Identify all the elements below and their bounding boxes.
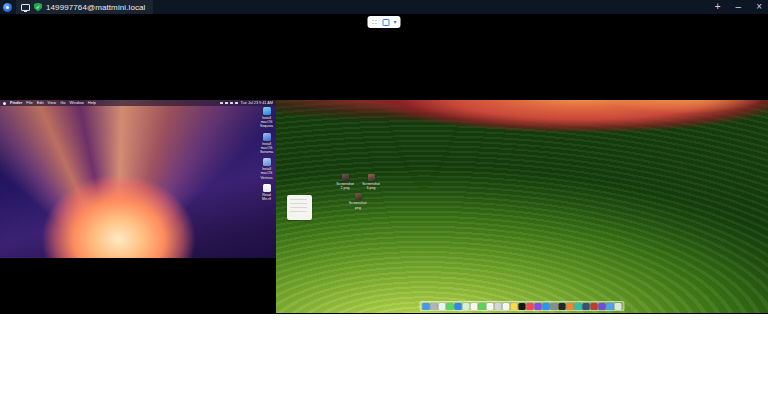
desktop-icon[interactable]: Install macOS Sonoma <box>258 133 275 155</box>
dock <box>420 301 625 311</box>
menu-item[interactable]: Finder <box>10 100 22 106</box>
drag-handle-icon[interactable] <box>371 19 378 26</box>
image-file-icon <box>355 193 362 200</box>
dock-app-icon[interactable] <box>439 303 446 310</box>
new-connection-button[interactable]: + <box>715 2 721 12</box>
menu-item[interactable]: Help <box>88 100 96 106</box>
dock-app-icon[interactable] <box>503 303 510 310</box>
file-icon <box>263 133 271 141</box>
file-label: Screenshot 2.png <box>335 182 355 190</box>
menu-item[interactable]: Window <box>70 100 84 106</box>
file-label: Install macOS Ventura <box>258 167 275 180</box>
titlebar: ✓ 149997764@mattmini.local + – × <box>0 0 768 14</box>
menu-status-icon[interactable] <box>225 102 228 105</box>
macos-menu-bar: FinderFileEditViewGoWindowHelp Tue Jul 2… <box>0 100 276 106</box>
dock-app-icon[interactable] <box>615 303 622 310</box>
file-label: Read Me.rtf <box>258 193 275 201</box>
sticky-note-widget[interactable] <box>287 195 312 220</box>
minimize-button[interactable]: – <box>736 2 742 12</box>
dock-icon-row <box>423 303 622 310</box>
dock-app-icon[interactable] <box>551 303 558 310</box>
dock-app-icon[interactable] <box>527 303 534 310</box>
dock-app-icon[interactable] <box>599 303 606 310</box>
dock-app-icon[interactable] <box>583 303 590 310</box>
file-label: Install macOS Sonoma <box>258 142 275 155</box>
session-title: 149997764@mattmini.local <box>46 3 145 12</box>
apple-menu-icon[interactable] <box>3 102 6 105</box>
file-icon <box>263 184 271 192</box>
dock-app-icon[interactable] <box>487 303 494 310</box>
sequoia-wallpaper <box>0 100 276 258</box>
menu-item[interactable]: Go <box>60 100 65 106</box>
dock-app-icon[interactable] <box>591 303 598 310</box>
app-logo-icon <box>3 3 12 12</box>
remote-desktop-window: ✓ 149997764@mattmini.local + – × ▾ <box>0 0 768 403</box>
menu-clock[interactable]: Tue Jul 23 9:41 AM <box>240 100 273 106</box>
remote-display-2[interactable]: Screenshot 2.png Screenshot 3.png Screen… <box>276 100 768 313</box>
menu-status-icon[interactable] <box>230 102 233 105</box>
dock-app-icon[interactable] <box>559 303 566 310</box>
desktop-icon[interactable]: Screenshot.png <box>348 193 368 209</box>
menu-status-icon[interactable] <box>220 102 223 105</box>
file-icon <box>263 158 271 166</box>
session-toolbar[interactable]: ▾ <box>367 16 400 28</box>
image-file-icon <box>368 174 375 181</box>
dock-app-icon[interactable] <box>455 303 462 310</box>
menu-status-icon[interactable] <box>235 102 238 105</box>
menu-item[interactable]: File <box>26 100 32 106</box>
fullscreen-icon[interactable] <box>382 19 389 26</box>
desktop-icon[interactable]: Read Me.rtf <box>258 184 275 201</box>
dock-app-icon[interactable] <box>535 303 542 310</box>
dock-app-icon[interactable] <box>471 303 478 310</box>
menu-item[interactable]: Edit <box>37 100 44 106</box>
file-icon <box>263 107 271 115</box>
dock-app-icon[interactable] <box>511 303 518 310</box>
close-button[interactable]: × <box>756 2 762 12</box>
dock-app-icon[interactable] <box>607 303 614 310</box>
file-label: Screenshot.png <box>348 201 368 209</box>
desktop-icons-column: Install macOS Sequoia Install macOS Sono… <box>258 107 275 201</box>
desktop-icon[interactable]: Screenshot 3.png <box>361 174 381 190</box>
dock-app-icon[interactable] <box>423 303 430 310</box>
secure-connection-shield-icon: ✓ <box>34 3 42 12</box>
dock-app-icon[interactable] <box>447 303 454 310</box>
titlebar-left: ✓ 149997764@mattmini.local <box>3 0 153 14</box>
file-label: Screenshot 3.png <box>361 182 381 190</box>
remote-display-1[interactable]: FinderFileEditViewGoWindowHelp Tue Jul 2… <box>0 100 276 258</box>
image-file-icon <box>342 174 349 181</box>
session-tab[interactable]: ✓ 149997764@mattmini.local <box>16 0 153 14</box>
desktop-icons-cluster: Screenshot 2.png Screenshot 3.png Screen… <box>334 174 382 210</box>
dock-app-icon[interactable] <box>575 303 582 310</box>
file-label: Install macOS Sequoia <box>258 116 275 129</box>
window-controls: + – × <box>715 2 762 12</box>
dock-app-icon[interactable] <box>567 303 574 310</box>
desktop-icon[interactable]: Install macOS Ventura <box>258 158 275 180</box>
remote-session-canvas: ▾ FinderFileEditViewGoWindowHelp Tue Jul… <box>0 14 768 314</box>
dock-app-icon[interactable] <box>463 303 470 310</box>
menu-item[interactable]: View <box>48 100 57 106</box>
menu-status-area: Tue Jul 23 9:41 AM <box>220 100 273 106</box>
menu-items: FinderFileEditViewGoWindowHelp <box>3 100 96 106</box>
dock-app-icon[interactable] <box>519 303 526 310</box>
chevron-down-icon[interactable]: ▾ <box>393 19 396 25</box>
dock-app-icon[interactable] <box>431 303 438 310</box>
desktop-icon[interactable]: Screenshot 2.png <box>335 174 355 190</box>
monitor-icon <box>21 4 30 11</box>
dock-app-icon[interactable] <box>495 303 502 310</box>
desktop-icon[interactable]: Install macOS Sequoia <box>258 107 275 129</box>
dock-app-icon[interactable] <box>543 303 550 310</box>
dock-app-icon[interactable] <box>479 303 486 310</box>
